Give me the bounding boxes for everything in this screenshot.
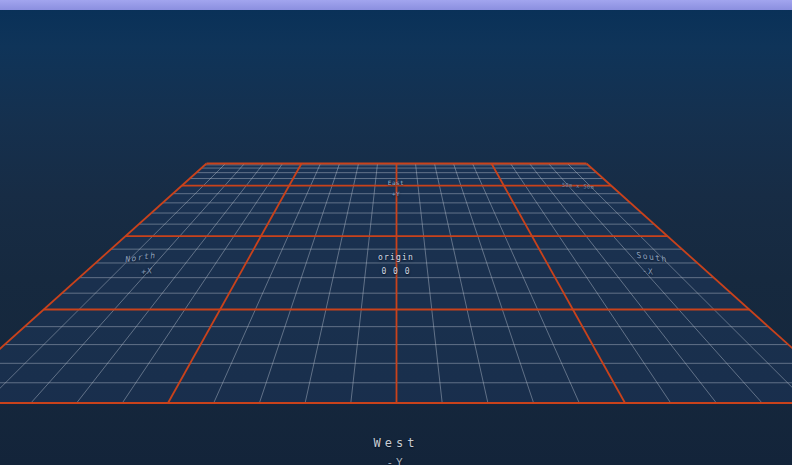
axis-label-plus-x: +X [141,266,153,277]
compass-label-west: West [374,436,419,450]
axis-label-minus-y: -Y [386,456,405,465]
origin-coordinates: 0 0 0 [381,267,410,276]
compass-label-east: East [388,179,404,186]
axis-label-plus-y: +Y [392,190,400,197]
app-root: East +Y 50m x 50m origin 0 0 0 North +X … [0,0,792,465]
3d-viewport[interactable]: East +Y 50m x 50m origin 0 0 0 North +X … [0,0,792,465]
origin-label: origin [378,253,414,262]
axis-label-minus-x: -X [642,266,654,277]
top-bar [0,0,792,10]
ground-grid [0,0,792,465]
